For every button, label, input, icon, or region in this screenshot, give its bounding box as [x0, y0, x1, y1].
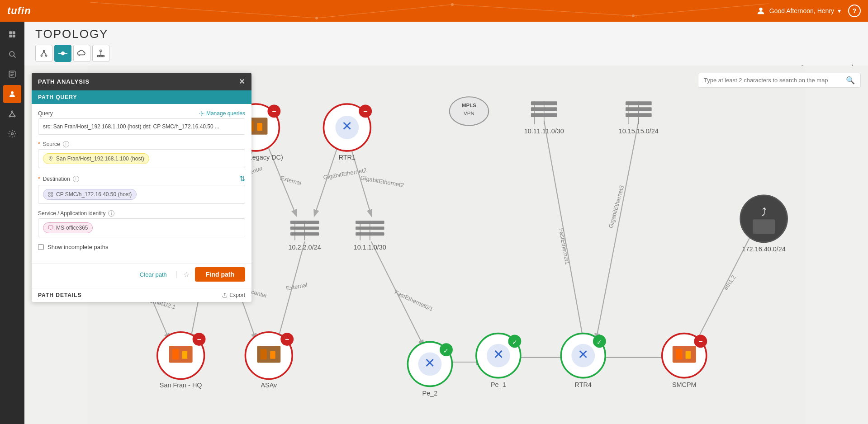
svg-rect-173	[686, 351, 691, 359]
svg-text:172.16.40.0/24: 172.16.40.0/24	[742, 245, 786, 253]
sidebar-item-network[interactable]	[3, 105, 21, 123]
manage-queries-link[interactable]: Manage queries	[199, 110, 245, 117]
service-input[interactable]: MS-office365	[38, 218, 245, 237]
path-details-label: PATH DETAILS	[38, 292, 82, 298]
query-label-row: Query Manage queries	[38, 110, 245, 117]
svg-text:✓: ✓	[597, 339, 602, 346]
svg-point-6	[632, 14, 635, 17]
service-field-row: Service / Application identity i MS-offi…	[38, 210, 245, 237]
svg-line-1	[317, 5, 452, 18]
source-tag: San Fran/Host_192.168.1.100 (host)	[43, 153, 149, 164]
svg-point-27	[41, 55, 42, 57]
svg-point-26	[43, 50, 45, 52]
page-header: TOPOLOGY	[24, 22, 868, 45]
svg-text:✕: ✕	[424, 356, 435, 370]
svg-rect-9	[13, 31, 15, 34]
svg-text:10.15.15.0/24: 10.15.15.0/24	[619, 127, 659, 135]
svg-line-2	[452, 5, 633, 16]
source-field-row: * Source i San Fran/Host_192.168.1.100 (…	[38, 141, 245, 168]
svg-rect-141	[182, 351, 188, 359]
svg-text:Pe_2: Pe_2	[422, 390, 438, 397]
map-search-input[interactable]	[704, 77, 846, 84]
svg-point-12	[9, 52, 14, 57]
sidebar-item-settings[interactable]	[3, 125, 21, 143]
svg-line-30	[44, 52, 46, 55]
query-input[interactable]: src: San Fran/Host_192.168.1.100 (host) …	[38, 118, 245, 135]
svg-rect-185	[48, 226, 53, 229]
svg-text:RTR4: RTR4	[575, 381, 592, 388]
find-path-button[interactable]: Find path	[195, 267, 245, 282]
svg-point-19	[12, 111, 13, 112]
clear-path-button[interactable]: Clear path	[136, 269, 171, 280]
svg-point-25	[11, 133, 14, 135]
topology-view-button[interactable]	[35, 45, 52, 62]
path-analysis-panel: PATH ANALYSIS ✕ PATH QUERY Query Manage …	[32, 73, 251, 302]
favorite-button[interactable]: ☆	[183, 270, 190, 279]
service-label: Service / Application identity	[38, 210, 105, 217]
svg-text:−: −	[272, 108, 276, 115]
map-area[interactable]: 🔍 ethernet1/2.1 ethernet1/1.1 Datacenter…	[24, 66, 868, 424]
sidebar	[0, 22, 24, 424]
incomplete-paths-row: Show incomplete paths	[38, 244, 245, 250]
sidebar-item-users[interactable]	[3, 85, 21, 103]
sidebar-item-dashboard[interactable]	[3, 25, 21, 43]
map-search-icon: 🔍	[846, 76, 855, 85]
map-search-container: 🔍	[698, 73, 861, 88]
svg-text:10.1.1.0/30: 10.1.1.0/30	[354, 244, 386, 251]
node-subnet-10-1[interactable]: 10.1.1.0/30	[353, 219, 387, 251]
svg-rect-172	[676, 349, 682, 359]
svg-text:SMCPM: SMCPM	[672, 381, 697, 388]
destination-field-row: * Destination i ⇅ CP SMC/h_172.16.40.50 …	[38, 174, 245, 204]
svg-point-4	[315, 17, 318, 19]
query-field-row: Query Manage queries src: San Fran/Host_…	[38, 110, 245, 135]
incomplete-paths-label: Show incomplete paths	[47, 244, 108, 250]
source-input[interactable]: San Fran/Host_192.168.1.100 (host)	[38, 149, 245, 168]
svg-rect-8	[9, 31, 12, 34]
panel-header: PATH ANALYSIS ✕	[32, 73, 251, 90]
svg-text:San Fran - HQ: San Fran - HQ	[160, 382, 202, 389]
main-content: TOPOLOGY Last Sync: November 14, 2022 03…	[24, 22, 868, 424]
app-header: tufin Good Afternoon, Henry ▾ ?	[0, 0, 868, 22]
svg-text:−: −	[197, 335, 201, 343]
svg-text:✕: ✕	[342, 119, 352, 133]
svg-text:⤴: ⤴	[761, 206, 767, 218]
svg-point-18	[11, 91, 14, 94]
svg-rect-84	[257, 123, 262, 131]
query-value: src: San Fran/Host_192.168.1.100 (host) …	[43, 123, 219, 130]
panel-actions: Clear path | ☆ Find path	[32, 263, 251, 288]
user-menu[interactable]: Good Afternoon, Henry ▾	[756, 6, 841, 16]
node-subnet-10-2[interactable]: 10.2.2.0/24	[288, 219, 322, 251]
path-analysis-button[interactable]	[54, 45, 71, 62]
destination-label: Destination	[43, 176, 70, 182]
svg-text:−: −	[363, 108, 367, 115]
svg-point-179	[201, 113, 202, 114]
panel-title: PATH ANALYSIS	[38, 78, 90, 85]
svg-rect-177	[753, 219, 775, 234]
source-label-row: * Source i	[38, 141, 245, 147]
incomplete-paths-checkbox[interactable]	[38, 244, 44, 250]
swap-button[interactable]: ⇅	[239, 174, 245, 183]
svg-text:✕: ✕	[578, 347, 588, 362]
svg-rect-181	[49, 193, 51, 194]
export-button[interactable]: Export	[222, 292, 245, 298]
svg-point-180	[50, 157, 52, 159]
svg-text:VPN: VPN	[464, 111, 474, 116]
destination-input[interactable]: CP SMC/h_172.16.40.50 (host)	[38, 185, 245, 204]
user-dropdown-icon: ▾	[838, 7, 841, 14]
sidebar-item-reports[interactable]	[3, 65, 21, 83]
node-mpls-vpn[interactable]: MPLS VPN	[450, 97, 489, 125]
service-label-row: Service / Application identity i	[38, 210, 245, 217]
app-logo: tufin	[7, 5, 31, 17]
svg-line-29	[42, 52, 44, 55]
panel-close-button[interactable]: ✕	[239, 77, 245, 86]
sidebar-item-search[interactable]	[3, 45, 21, 63]
svg-rect-147	[261, 349, 267, 359]
svg-line-0	[90, 2, 317, 18]
panel-section-title: PATH QUERY	[38, 94, 77, 100]
panel-footer: PATH DETAILS Export	[32, 288, 251, 302]
svg-point-32	[62, 52, 65, 55]
help-button[interactable]: ?	[848, 5, 861, 17]
hierarchy-view-button[interactable]	[92, 45, 109, 62]
user-greeting: Good Afternoon, Henry	[769, 7, 834, 14]
cloud-view-button[interactable]	[73, 45, 90, 62]
